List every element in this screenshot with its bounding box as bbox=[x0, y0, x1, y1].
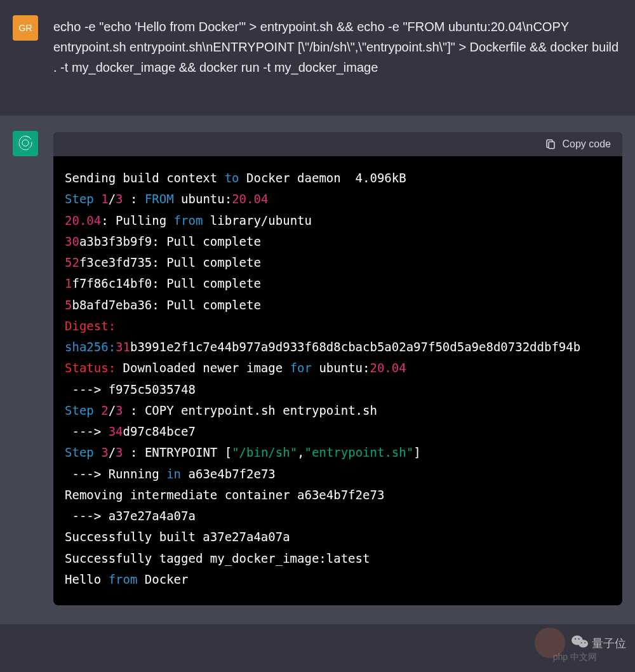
assistant-avatar bbox=[13, 131, 38, 156]
code-header: Copy code bbox=[53, 132, 622, 156]
user-message-text: echo -e "echo 'Hello from Docker'" > ent… bbox=[53, 17, 622, 77]
svg-point-0 bbox=[22, 139, 29, 145]
code-content[interactable]: Sending build context to Docker daemon 4… bbox=[53, 156, 622, 605]
user-avatar: GR bbox=[13, 15, 38, 41]
copy-code-button[interactable]: Copy code bbox=[545, 138, 612, 150]
clipboard-icon bbox=[545, 138, 556, 150]
user-avatar-initials: GR bbox=[19, 23, 32, 33]
copy-code-label: Copy code bbox=[563, 138, 612, 150]
user-message-body: echo -e "echo 'Hello from Docker'" > ent… bbox=[53, 15, 622, 77]
assistant-message-body: Copy code Sending build context to Docke… bbox=[53, 131, 622, 605]
user-message-row: GR echo -e "echo 'Hello from Docker'" > … bbox=[0, 0, 635, 116]
assistant-message-row: Copy code Sending build context to Docke… bbox=[0, 116, 635, 624]
svg-rect-1 bbox=[549, 142, 554, 149]
code-block: Copy code Sending build context to Docke… bbox=[53, 132, 622, 605]
openai-logo-icon bbox=[17, 135, 34, 153]
